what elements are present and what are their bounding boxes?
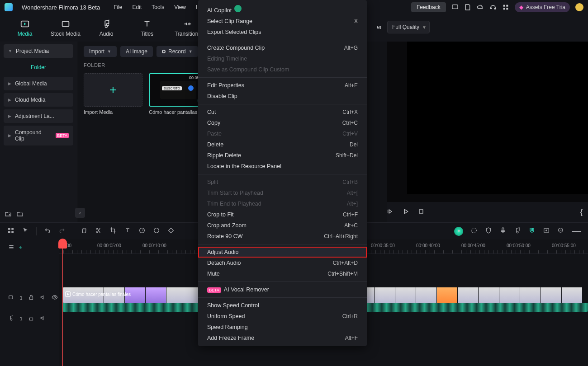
sidebar: ▼ Project Media Folder ▶Global Media ▶Cl… — [0, 42, 77, 222]
gem-icon: ◆ — [519, 4, 523, 10]
lock-icon[interactable] — [28, 315, 34, 322]
magnet-icon[interactable] — [528, 227, 536, 235]
context-menu-item[interactable]: Show Speed Control — [198, 300, 367, 311]
context-menu-item[interactable]: MuteCtrl+Shift+M — [198, 268, 367, 279]
import-media-card[interactable]: + Import Media — [84, 73, 142, 115]
chevron-down-icon: ▼ — [107, 49, 111, 54]
sidebar-item-global[interactable]: ▶Global Media — [4, 77, 73, 90]
ruler-tick: 00:00:55:00 — [552, 243, 576, 248]
speed-icon[interactable] — [138, 227, 146, 235]
text-icon[interactable] — [124, 227, 131, 235]
collapse-sidebar-button[interactable]: ‹ — [75, 208, 85, 218]
context-menu-item[interactable]: DeleteDel — [198, 139, 367, 150]
sidebar-item-cloud[interactable]: ▶Cloud Media — [4, 93, 73, 107]
context-menu-item[interactable]: CopyCtrl+C — [198, 117, 367, 128]
context-menu-item[interactable]: Adjust Audio — [198, 247, 367, 258]
mute-icon[interactable] — [40, 294, 46, 301]
preview-video[interactable] — [407, 42, 588, 194]
context-menu-label: Rotate 90 CW — [207, 233, 243, 239]
feedback-button[interactable]: Feedback — [411, 2, 446, 12]
sidebar-item-compound[interactable]: ▶Compound ClipBETA — [4, 126, 73, 145]
context-menu-label: Trim End to Playhead — [207, 201, 261, 207]
context-menu-item[interactable]: Crop to FitCtrl+F — [198, 209, 367, 220]
color-icon[interactable] — [153, 227, 160, 235]
context-menu-item[interactable]: Ripple DeleteShift+Del — [198, 150, 367, 161]
context-menu-item[interactable]: Disable Clip — [198, 91, 367, 102]
screen-icon[interactable] — [451, 4, 459, 11]
context-menu-item[interactable]: Uniform SpeedCtrl+R — [198, 311, 367, 322]
video-track-header[interactable]: 1 — [0, 287, 59, 308]
tab-stock[interactable]: Stock Media — [50, 19, 81, 37]
delete-icon[interactable] — [81, 227, 88, 235]
context-menu-item[interactable]: AI Copilot — [198, 3, 367, 16]
avatar[interactable] — [575, 3, 583, 11]
shield-icon[interactable] — [485, 227, 492, 235]
layout-icon[interactable] — [7, 227, 14, 235]
context-menu-item[interactable]: Edit PropertiesAlt+E — [198, 80, 367, 91]
import-button[interactable]: Import▼ — [84, 46, 117, 57]
grid-icon[interactable] — [502, 4, 509, 11]
mic-icon[interactable] — [499, 227, 507, 235]
crop-icon[interactable] — [109, 227, 117, 235]
record-icon — [162, 50, 166, 53]
split-icon[interactable] — [95, 227, 102, 235]
keyframe-icon[interactable] — [167, 227, 175, 235]
music-icon[interactable] — [514, 227, 521, 235]
menu-edit[interactable]: Edit — [133, 4, 142, 10]
cloud-icon[interactable] — [477, 4, 484, 11]
tab-titles[interactable]: Titles — [131, 19, 163, 37]
context-menu-item[interactable]: Crop and ZoomAlt+C — [198, 220, 367, 231]
sidebar-project-media[interactable]: ▼ Project Media — [4, 44, 73, 58]
context-menu-item[interactable]: Rotate 90 CWCtrl+Alt+Right — [198, 231, 367, 242]
zoom-out-icon[interactable] — [557, 227, 564, 235]
sidebar-item-adjustment[interactable]: ▶Adjustment La... — [4, 109, 73, 123]
lock-icon[interactable] — [28, 294, 34, 301]
cursor-icon[interactable] — [22, 227, 29, 235]
menu-view[interactable]: View — [174, 4, 186, 10]
folder-link-icon[interactable] — [16, 211, 24, 218]
tab-audio[interactable]: Audio — [90, 19, 122, 37]
marker-plus-icon[interactable] — [543, 227, 550, 235]
context-menu-item[interactable]: Add Freeze FrameAlt+F — [198, 333, 367, 343]
playhead[interactable] — [62, 239, 63, 366]
speaker-icon[interactable] — [40, 315, 46, 322]
audio-track-header[interactable]: 1 — [0, 308, 59, 329]
tab-media[interactable]: Media — [9, 19, 41, 37]
new-folder-icon[interactable] — [5, 211, 12, 218]
stop-icon[interactable] — [417, 208, 425, 216]
menu-tools[interactable]: Tools — [152, 4, 164, 10]
visibility-icon[interactable] — [52, 294, 58, 301]
brace-icon[interactable]: { — [580, 208, 583, 216]
headphones-icon[interactable] — [489, 4, 497, 11]
context-menu-item[interactable]: Detach AudioCtrl+Alt+D — [198, 258, 367, 268]
context-menu-label: Add Freeze Frame — [207, 335, 254, 341]
context-menu-item[interactable]: CutCtrl+X — [198, 107, 367, 117]
quality-select[interactable]: Full Quality ▼ — [387, 21, 430, 33]
menu-file[interactable]: File — [114, 4, 122, 10]
context-menu-item[interactable]: Speed Ramping — [198, 322, 367, 333]
sidebar-folder-label[interactable]: Folder — [4, 61, 73, 74]
play-icon[interactable] — [402, 208, 409, 216]
svg-rect-0 — [452, 5, 458, 9]
assets-pill[interactable]: ◆ Assets Free Tria — [515, 2, 570, 12]
track-collapse-icon[interactable] — [8, 244, 14, 251]
svg-rect-7 — [419, 210, 423, 213]
context-menu-item[interactable]: Create Compound ClipAlt+G — [198, 42, 367, 53]
save-icon[interactable] — [464, 4, 471, 11]
undo-icon[interactable] — [44, 227, 51, 235]
context-menu-item: Trim Start to PlayheadAlt+[ — [198, 188, 367, 198]
redo-icon[interactable] — [58, 227, 66, 235]
record-button[interactable]: Record▼ — [156, 46, 198, 57]
context-menu-item[interactable]: Export Selected Clips — [198, 27, 367, 38]
zoom-slider[interactable] — [572, 231, 581, 232]
play-in-icon[interactable] — [387, 208, 394, 216]
adjust-icon[interactable] — [470, 227, 478, 235]
clip-thumbnail: SUSCRITO — [160, 81, 196, 99]
context-menu-item[interactable]: Select Clip RangeX — [198, 16, 367, 27]
context-menu-item[interactable]: BETAAI Vocal Remover — [198, 284, 367, 295]
ai-image-button[interactable]: AI Image — [120, 46, 153, 57]
context-menu-item[interactable]: Locate in the Resource Panel — [198, 161, 367, 172]
ai-assistant-icon[interactable]: ✦ — [454, 227, 463, 236]
context-menu-separator — [198, 174, 367, 174]
link-icon[interactable]: ⟐ — [19, 244, 22, 250]
